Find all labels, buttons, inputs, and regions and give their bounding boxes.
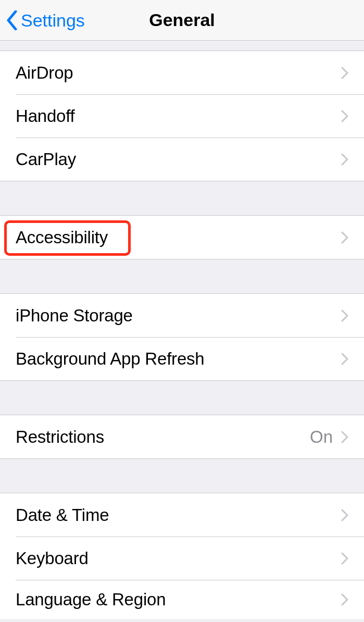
- back-label: Settings: [21, 10, 85, 31]
- chevron-right-icon: [341, 67, 348, 79]
- section-gap: [0, 41, 364, 51]
- chevron-right-icon: [341, 153, 348, 166]
- row-label: Date & Time: [16, 505, 341, 525]
- chevron-right-icon: [341, 353, 348, 365]
- page-title: General: [149, 10, 215, 30]
- row-accessibility[interactable]: Accessibility: [0, 216, 364, 259]
- row-background-app-refresh[interactable]: Background App Refresh: [0, 337, 364, 380]
- settings-group: AirDrop Handoff CarPlay: [0, 51, 364, 181]
- chevron-right-icon: [341, 552, 348, 565]
- chevron-right-icon: [341, 231, 348, 244]
- row-label: CarPlay: [16, 150, 341, 169]
- row-keyboard[interactable]: Keyboard: [0, 537, 364, 580]
- settings-group: iPhone Storage Background App Refresh: [0, 293, 364, 381]
- row-airdrop[interactable]: AirDrop: [0, 51, 364, 94]
- row-detail: On: [310, 427, 333, 447]
- row-label: Background App Refresh: [16, 349, 341, 369]
- back-button[interactable]: Settings: [6, 0, 85, 41]
- row-label: Language & Region: [16, 590, 341, 609]
- row-label: AirDrop: [16, 63, 341, 83]
- settings-group: Restrictions On: [0, 415, 364, 459]
- row-handoff[interactable]: Handoff: [0, 94, 364, 138]
- section-gap: [0, 181, 364, 215]
- row-label: iPhone Storage: [16, 306, 341, 326]
- row-label: Handoff: [16, 106, 341, 126]
- row-iphone-storage[interactable]: iPhone Storage: [0, 294, 364, 337]
- row-carplay[interactable]: CarPlay: [0, 138, 364, 181]
- row-label: Keyboard: [16, 549, 341, 568]
- row-label: Restrictions: [16, 427, 310, 447]
- navbar: Settings General: [0, 0, 364, 41]
- section-gap: [0, 459, 364, 493]
- settings-group: Accessibility: [0, 215, 364, 259]
- section-gap: [0, 259, 364, 293]
- chevron-right-icon: [341, 309, 348, 322]
- row-restrictions[interactable]: Restrictions On: [0, 415, 364, 458]
- chevron-right-icon: [341, 110, 348, 122]
- row-date-time[interactable]: Date & Time: [0, 493, 364, 537]
- section-gap: [0, 381, 364, 415]
- chevron-right-icon: [341, 431, 348, 443]
- row-label: Accessibility: [16, 228, 341, 247]
- settings-group: Date & Time Keyboard Language & Region: [0, 493, 364, 619]
- chevron-right-icon: [341, 509, 348, 521]
- row-language-region[interactable]: Language & Region: [0, 580, 364, 619]
- chevron-right-icon: [341, 593, 348, 606]
- chevron-left-icon: [6, 10, 18, 30]
